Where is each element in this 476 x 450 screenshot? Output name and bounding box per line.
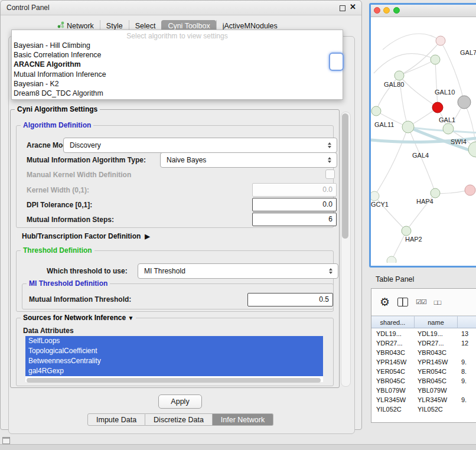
tab-infer-network[interactable]: Infer Network — [213, 413, 273, 426]
control-panel-titlebar[interactable]: Control Panel ✕ — [1, 1, 361, 15]
mac-minimize-button[interactable] — [383, 7, 390, 14]
tab-label: jActiveMNodules — [223, 22, 278, 30]
desktop: Control Panel ✕ Network Style Select Cyn… — [0, 0, 476, 450]
close-icon[interactable]: ✕ — [350, 2, 356, 11]
table-row[interactable]: YDR27...YDR27...12 — [371, 338, 476, 348]
network-view-window: GAL7GAL80GAL10GAL11GAL1SWI4GAL4GCY1HAP4H… — [369, 3, 476, 268]
mi-type-select[interactable]: Naive Bayes — [160, 152, 337, 168]
bottom-dock-strip — [0, 444, 476, 450]
mi-threshold-input[interactable]: 0.5 — [247, 293, 333, 306]
node-label-hap2: HAP2 — [405, 236, 422, 243]
table-row[interactable]: YLR345WYLR345W9. — [371, 395, 476, 405]
node-label-gal1: GAL1 — [439, 116, 455, 123]
algorithm-combo-focus-fragment[interactable] — [329, 53, 344, 71]
table-toolbar: ⚙ ☑☑ □□ — [371, 289, 476, 316]
table-cell: YLR345W — [371, 395, 415, 405]
aracne-mode-select[interactable]: Discovery — [63, 138, 337, 153]
dpi-tolerance-input[interactable]: 0.0 — [252, 198, 337, 211]
table-row[interactable]: YER054CYER054C8. — [371, 367, 476, 376]
node-label-swi4: SWI4 — [451, 138, 467, 145]
network-node-labels: GAL7GAL80GAL10GAL11GAL1SWI4GAL4GCY1HAP4H… — [371, 17, 476, 263]
mi-type-value: Naive Bayes — [161, 156, 324, 164]
deselect-all-icon[interactable]: □□ — [434, 299, 441, 306]
node-label-gal80: GAL80 — [384, 81, 404, 88]
kernel-width-input[interactable]: 0.0 — [252, 183, 337, 197]
table-cell: 13 — [458, 329, 476, 338]
settings-scrollbar-thumb[interactable] — [342, 113, 348, 239]
window-icon[interactable] — [2, 437, 10, 444]
which-threshold-select[interactable]: MI Threshold — [138, 263, 338, 279]
mi-threshold-group-title: MI Threshold Definition — [27, 279, 110, 288]
table-cell: 12 — [458, 338, 476, 348]
apply-button[interactable]: Apply — [158, 394, 202, 409]
kernel-width-label: Kernel Width (0,1): — [27, 186, 89, 194]
aracne-mode-value: Discovery — [64, 141, 324, 149]
algorithm-option[interactable]: Basic Correlation Inference — [12, 50, 343, 60]
manual-kernel-checkbox[interactable] — [325, 169, 335, 179]
table-row[interactable]: YDL19...YDL19...13 — [371, 329, 476, 338]
list-item[interactable]: gal4RGexp — [25, 366, 323, 376]
table-cell: YER054C — [371, 367, 415, 376]
mi-threshold-label: Mutual Information Threshold: — [29, 295, 131, 304]
network-tab-icon — [57, 21, 64, 30]
dropdown-arrows-icon — [324, 157, 337, 163]
expanded-arrow-icon: ▼ — [128, 315, 133, 321]
algorithm-dropdown-popup: Select algorithm to view settings Bayesi… — [11, 30, 343, 100]
column-header-extra[interactable] — [458, 316, 476, 328]
list-horizontal-scrollbar[interactable] — [27, 378, 321, 383]
table-row[interactable]: YBL079WYBL079W — [371, 386, 476, 395]
node-label-gal10: GAL10 — [435, 89, 455, 96]
mi-steps-input[interactable]: 6 — [252, 213, 337, 226]
dropdown-arrows-icon — [325, 268, 338, 274]
table-cell: 8. — [458, 367, 476, 376]
sources-group-title[interactable]: Sources for Network Inference ▼ — [21, 314, 136, 322]
algorithm-prompt: Select algorithm to view settings — [12, 30, 343, 41]
float-window-icon[interactable] — [340, 5, 345, 11]
table-cell: 9. — [458, 376, 476, 386]
sources-title-text: Sources for Network Inference — [23, 314, 126, 322]
mac-close-button[interactable] — [374, 7, 380, 14]
column-header-shared-name[interactable]: shared... — [371, 316, 415, 328]
settings-group-title: Cyni Algorithm Settings — [15, 105, 100, 113]
hub-definition-label: Hub/Transcription Factor Definition — [22, 232, 141, 240]
tab-label: Cyni Toolbox — [168, 22, 210, 30]
table-row[interactable]: YIL052CYIL052C — [371, 405, 476, 414]
list-item[interactable]: BetweennessCentrality — [25, 356, 323, 366]
columns-icon[interactable] — [397, 298, 408, 306]
table-cell: YDR27... — [371, 338, 415, 348]
which-threshold-value: MI Threshold — [138, 267, 325, 275]
table-row[interactable]: YPR145WYPR145W9. — [371, 357, 476, 367]
table-cell: YLR345W — [415, 395, 458, 405]
list-item[interactable]: TopologicalCoefficient — [25, 346, 323, 356]
node-label-hap4: HAP4 — [416, 198, 433, 205]
column-header-name[interactable]: name — [415, 316, 458, 328]
data-attributes-list: SelfLoops TopologicalCoefficient Between… — [25, 336, 323, 382]
table-cell: YBR045C — [371, 376, 415, 386]
algorithm-option[interactable]: Bayesian - K2 — [12, 79, 343, 89]
table-cell: YBR045C — [415, 376, 458, 386]
table-cell: YBR043C — [371, 348, 415, 357]
algorithm-option[interactable]: Dream8 DC_TDC Algorithm — [12, 89, 343, 98]
hub-definition-expander[interactable]: Hub/Transcription Factor Definition▶ — [22, 232, 150, 240]
table-row[interactable]: YBR043CYBR043C — [371, 348, 476, 357]
mac-zoom-button[interactable] — [393, 7, 400, 14]
algorithm-option[interactable]: Mutual Information Inference — [12, 70, 343, 79]
network-window-titlebar[interactable] — [371, 5, 476, 17]
algorithm-option-selected[interactable]: ARACNE Algorithm — [12, 60, 343, 69]
node-label-gal11: GAL11 — [374, 121, 394, 128]
table-cell: YER054C — [415, 367, 458, 376]
gear-icon[interactable]: ⚙ — [380, 296, 390, 308]
select-all-icon[interactable]: ☑☑ — [416, 298, 426, 306]
network-canvas[interactable]: GAL7GAL80GAL10GAL11GAL1SWI4GAL4GCY1HAP4H… — [371, 17, 476, 263]
control-panel-window: Control Panel ✕ Network Style Select Cyn… — [0, 0, 362, 430]
dropdown-arrows-icon — [324, 142, 337, 148]
list-item[interactable]: SelfLoops — [25, 336, 323, 346]
tab-impute-data[interactable]: Impute Data — [87, 413, 145, 426]
algorithm-option[interactable]: Bayesian - Hill Climbing — [12, 41, 343, 50]
node-label-gcy1: GCY1 — [371, 201, 389, 208]
table-cell: YPR145W — [415, 357, 458, 367]
table-row[interactable]: YBR045CYBR045C9. — [371, 376, 476, 386]
tab-label: Network — [67, 22, 94, 30]
tab-discretize-data[interactable]: Discretize Data — [145, 413, 213, 426]
table-cell: YIL052C — [371, 405, 415, 414]
